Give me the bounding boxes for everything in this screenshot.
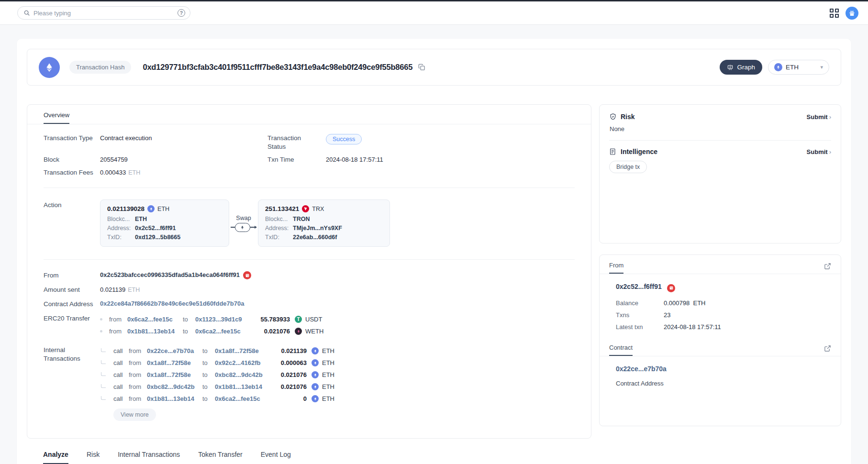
- internal-token: ETH: [322, 395, 334, 402]
- internal-from-address[interactable]: 0x1b81...13eb14: [147, 395, 202, 402]
- internal-to-address[interactable]: 0xbc82...9dc42b: [215, 371, 270, 378]
- amount-sent-label: Amount sent: [44, 286, 100, 294]
- internal-from-address[interactable]: 0xbc82...9dc42b: [147, 383, 202, 390]
- latest-txn-label: Latest txn: [616, 323, 664, 331]
- blockchain-label: Blockc...: [265, 216, 293, 223]
- tab-analyze[interactable]: Analyze: [43, 451, 68, 464]
- tab-overview[interactable]: Overview: [44, 111, 69, 124]
- tab-token-transfer[interactable]: Token Transfer: [198, 451, 243, 464]
- contract-address-note: Contract Address: [616, 380, 831, 387]
- transaction-header: Transaction Hash 0xd129771bf3cfab3c401f9…: [27, 49, 841, 86]
- erc20-to-address[interactable]: 0x6ca2...fee15c: [195, 328, 251, 335]
- external-link-icon[interactable]: [824, 263, 831, 274]
- chevron-down-icon: ▾: [820, 64, 823, 70]
- eth-token-icon: [312, 395, 319, 402]
- amount-sent-value: 0.021139: [100, 286, 125, 293]
- from-address-short[interactable]: 0x2c52...f6ff91: [616, 283, 662, 290]
- topbar: Please typing ?: [0, 0, 868, 25]
- internal-to-address[interactable]: 0x6ca2...fee15c: [215, 395, 270, 402]
- contract-address-short[interactable]: 0x22ce...e7b70a: [616, 365, 667, 373]
- eth-token-icon: [312, 347, 319, 354]
- tab-risk[interactable]: Risk: [87, 451, 100, 464]
- user-avatar[interactable]: [846, 7, 858, 20]
- sub-call-icon: [101, 360, 106, 364]
- sub-call-icon: [101, 384, 106, 388]
- address-value[interactable]: TMjeJm...nYs9XF: [293, 225, 342, 232]
- internal-txn-row: call from 0x1b81...13eb14 to 0x6ca2...fe…: [100, 394, 334, 404]
- internal-from-address[interactable]: 0x1a8f...72f58e: [147, 359, 202, 366]
- help-icon[interactable]: ?: [178, 9, 185, 17]
- fees-value: 0.000433ETH: [100, 168, 267, 177]
- eth-token-icon: [312, 383, 319, 390]
- internal-txn-row: call from 0x1a8f...72f58e to 0x92c2...41…: [100, 358, 334, 368]
- internal-txn-row: call from 0xbc82...9dc42b to 0x1b81...13…: [100, 382, 334, 392]
- txid-value[interactable]: 22e6ab...660d6f: [293, 234, 337, 241]
- address-info-card: From 0x2c52...f6ff91 Balance 0.000798 ET: [599, 254, 841, 426]
- erc20-from-address[interactable]: 0x1b81...13eb14: [127, 328, 183, 335]
- from-address[interactable]: 0x2c523bafccec0996335dfad5a1b4eca064f6ff…: [100, 271, 240, 278]
- search-placeholder: Please typing: [33, 10, 174, 17]
- blockchain-label: Blockc...: [107, 216, 135, 223]
- balance-label: Balance: [616, 299, 664, 307]
- apps-grid-icon[interactable]: [830, 9, 839, 18]
- erc20-from-address[interactable]: 0x6ca2...fee15c: [127, 316, 183, 323]
- from-row: From 0x2c523bafccec0996335dfad5a1b4eca06…: [44, 271, 575, 280]
- graph-button[interactable]: Graph: [720, 60, 762, 75]
- external-link-icon[interactable]: [824, 345, 831, 356]
- internal-to-address[interactable]: 0x1b81...13eb14: [215, 383, 270, 390]
- swap-from-box: 0.021139028 ETH Blockc...ETH Address:0x2…: [100, 199, 229, 247]
- chain-select[interactable]: ETH ▾: [768, 60, 829, 75]
- erc20-label: ERC20 Transfer: [44, 314, 100, 323]
- internal-from-address[interactable]: 0x22ce...e7b70a: [147, 347, 202, 354]
- transaction-type-label: Transaction Type: [44, 134, 100, 151]
- view-more-button[interactable]: View more: [113, 409, 156, 421]
- bullet-dot: [100, 318, 102, 320]
- swap-connector: Swap: [229, 199, 258, 247]
- internal-token: ETH: [322, 359, 334, 366]
- intelligence-tag[interactable]: Bridge tx: [609, 161, 647, 173]
- search-icon: [23, 10, 30, 16]
- intelligence-submit-button[interactable]: Submit›: [807, 148, 831, 155]
- internal-amount: 0.021139: [270, 347, 312, 354]
- tab-contract[interactable]: Contract: [609, 344, 633, 356]
- gambling-dice-icon: [243, 271, 251, 279]
- risk-submit-button[interactable]: Submit›: [807, 113, 831, 121]
- tab-internal-transactions[interactable]: Internal Transactions: [118, 451, 180, 464]
- txn-time-value: 2024-08-18 17:57:11: [326, 155, 575, 164]
- swap-to-amount: 251.133421: [265, 205, 299, 212]
- tab-from[interactable]: From: [609, 262, 623, 274]
- txn-time-label: Txn Time: [267, 155, 326, 164]
- search-input[interactable]: Please typing ?: [17, 6, 190, 20]
- internal-to-address[interactable]: 0x92c2...4162fb: [215, 359, 270, 366]
- gift-icon: [849, 10, 855, 16]
- erc20-section: ERC20 Transfer from 0x6ca2...fee15c to 0…: [44, 314, 575, 338]
- block-value[interactable]: 20554759: [100, 155, 267, 164]
- contract-address-value[interactable]: 0x22ce84a7f86662b78e49c6ec9e51d60fdde7b7…: [100, 300, 244, 307]
- transaction-hash: 0xd129771bf3cfab3c401f9511cfff7be8e3143f…: [143, 63, 412, 72]
- swap-to-token: TRX: [312, 206, 324, 212]
- txid-value[interactable]: 0xd129...5b8665: [135, 234, 180, 241]
- swap-icon: [235, 223, 250, 232]
- erc20-to-address[interactable]: 0x1123...39d1c9: [195, 316, 251, 323]
- tab-event-log[interactable]: Event Log: [261, 451, 291, 464]
- internal-from-address[interactable]: 0x1a8f...72f58e: [147, 371, 202, 378]
- address-label: Address:: [265, 225, 293, 232]
- txid-label: TxID:: [265, 234, 293, 241]
- overview-card: Overview Transaction Type Contract execu…: [27, 104, 591, 439]
- internal-txns-section: Internal Transactions call from 0x22ce..…: [44, 346, 575, 421]
- action-label: Action: [44, 199, 100, 247]
- internal-to-address[interactable]: 0x1a8f...72f58e: [215, 347, 270, 354]
- swap-from-amount: 0.021139028: [107, 205, 145, 212]
- main-card: Transaction Hash 0xd129771bf3cfab3c401f9…: [17, 39, 851, 464]
- transaction-type-value: Contract execution: [100, 134, 267, 151]
- copy-icon[interactable]: [418, 64, 425, 71]
- address-value[interactable]: 0x2c52...f6ff91: [135, 225, 176, 232]
- internal-txns-label: Internal Transactions: [44, 346, 100, 363]
- erc20-token: WETH: [305, 328, 323, 335]
- internal-amount: 0: [270, 395, 312, 402]
- block-label: Block: [44, 155, 100, 164]
- contract-address-row: Contract Address 0x22ce84a7f86662b78e49c…: [44, 300, 575, 309]
- contract-address-label: Contract Address: [44, 300, 100, 309]
- eth-icon: [774, 63, 782, 71]
- graph-icon: [727, 64, 734, 71]
